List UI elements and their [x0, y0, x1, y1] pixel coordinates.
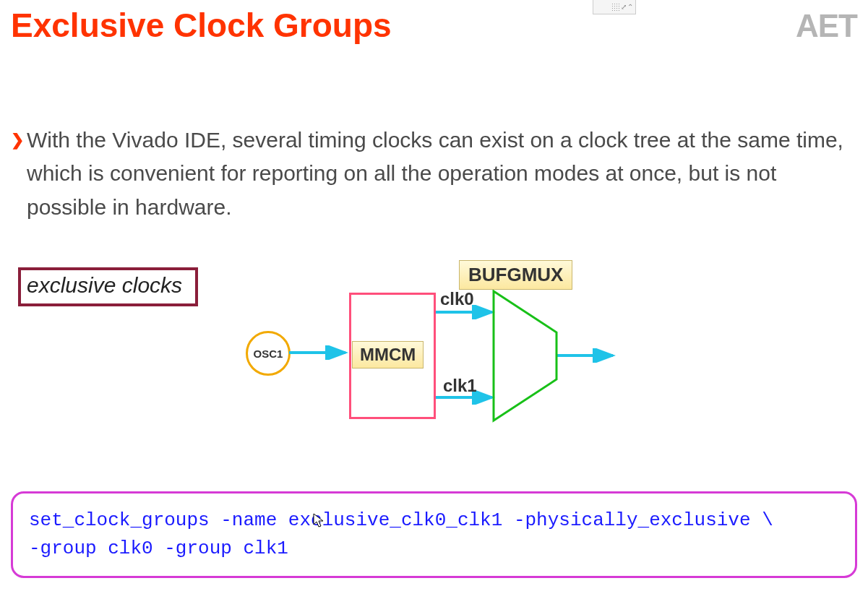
clk0-label: clk0 — [440, 289, 474, 309]
bullet-icon: ❯ — [11, 128, 24, 152]
oscillator: OSC1 — [246, 331, 291, 376]
code-box: set_clock_groups -name exclusive_clk0_cl… — [11, 491, 857, 578]
clk1-label: clk1 — [443, 376, 477, 396]
logo: AET — [796, 10, 857, 42]
mux-shape — [491, 289, 571, 423]
header: Exclusive Clock Groups AET — [11, 7, 857, 44]
bullet-text: With the Vivado IDE, several timing cloc… — [27, 128, 843, 219]
mmcm-label: MMCM — [352, 341, 424, 369]
expand-icon: ⤢ — [621, 3, 627, 11]
bufgmux-label: BUFGMUX — [459, 260, 572, 290]
grid-icon — [611, 3, 620, 12]
chevron-up-icon: ⌃ — [627, 3, 633, 11]
diagram: exclusive clocks OSC1 MMCM clk0 clk1 BUF… — [11, 267, 857, 448]
top-toolbar-widget: ⤢ ⌃ — [593, 0, 636, 14]
page-title: Exclusive Clock Groups — [11, 7, 392, 44]
arrow-osc-mmcm — [289, 345, 354, 360]
main-bullet: ❯ With the Vivado IDE, several timing cl… — [11, 124, 857, 225]
mouse-cursor-icon — [313, 513, 326, 529]
svg-marker-3 — [494, 291, 557, 421]
exclusive-clocks-box: exclusive clocks — [18, 267, 198, 306]
